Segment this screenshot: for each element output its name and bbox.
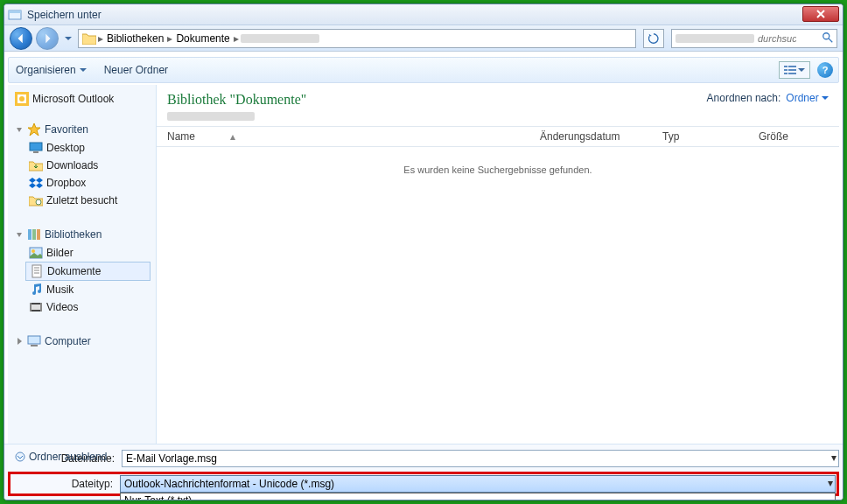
redacted-search-scope bbox=[676, 34, 754, 43]
filetype-option[interactable]: Nur-Text (*.txt) bbox=[121, 494, 835, 500]
chevron-down-icon[interactable]: ▾ bbox=[831, 452, 836, 464]
column-date[interactable]: Änderungsdatum bbox=[540, 130, 662, 143]
view-icon bbox=[784, 65, 796, 75]
caret-icon bbox=[15, 125, 24, 134]
search-box[interactable] bbox=[671, 29, 837, 48]
star-icon bbox=[27, 122, 41, 136]
svg-point-27 bbox=[16, 452, 24, 461]
svg-rect-6 bbox=[788, 69, 796, 71]
filetype-highlight: Dateityp: Outlook-Nachrichtenformat - Un… bbox=[8, 472, 839, 496]
chevron-down-icon bbox=[822, 94, 829, 102]
back-button[interactable] bbox=[10, 27, 32, 50]
nav-row: ▸ Bibliotheken ▸ Dokumente ▸ bbox=[4, 25, 843, 52]
desktop-icon bbox=[29, 141, 43, 155]
sidebar-item-videos[interactable]: Videos bbox=[11, 298, 152, 316]
titlebar: Speichern unter bbox=[4, 4, 843, 25]
svg-point-19 bbox=[32, 249, 35, 253]
chevron-right-icon: ▸ bbox=[234, 32, 239, 45]
forward-button[interactable] bbox=[36, 27, 59, 50]
refresh-button[interactable] bbox=[643, 29, 664, 48]
computer-icon bbox=[27, 334, 41, 348]
filename-input[interactable]: E-Mail Vorlage.msg ▾ bbox=[122, 450, 839, 467]
svg-rect-25 bbox=[28, 336, 40, 344]
svg-rect-26 bbox=[31, 345, 38, 346]
filename-value: E-Mail Vorlage.msg bbox=[126, 452, 217, 465]
svg-rect-1 bbox=[9, 10, 21, 13]
close-icon bbox=[816, 10, 825, 18]
sidebar: Microsoft Outlook Favoriten Desktop Down… bbox=[8, 85, 157, 500]
svg-point-14 bbox=[36, 200, 41, 205]
column-type[interactable]: Typ bbox=[662, 130, 759, 143]
chevron-down-icon bbox=[15, 452, 25, 462]
chevron-right-icon: ▸ bbox=[167, 32, 172, 45]
music-icon bbox=[29, 283, 43, 297]
column-headers: Name▴ Änderungsdatum Typ Größe bbox=[157, 126, 839, 147]
svg-rect-12 bbox=[30, 143, 42, 150]
main-header: Bibliothek "Dokumente" Anordnen nach: Or… bbox=[157, 85, 839, 126]
sidebar-item-desktop[interactable]: Desktop bbox=[11, 139, 152, 157]
dialog-body: Microsoft Outlook Favoriten Desktop Down… bbox=[8, 85, 839, 500]
videos-icon bbox=[29, 300, 43, 314]
recent-icon bbox=[29, 193, 43, 207]
libraries-icon bbox=[27, 228, 41, 242]
svg-point-11 bbox=[19, 96, 24, 102]
filetype-dropdown: Nur-Text (*.txt)Outlook-Vorlage (*.oft)O… bbox=[120, 493, 836, 500]
search-icon bbox=[822, 32, 834, 44]
filename-row: Dateiname: E-Mail Vorlage.msg ▾ bbox=[8, 450, 839, 467]
sidebar-item-music[interactable]: Musik bbox=[11, 281, 152, 298]
svg-rect-13 bbox=[33, 151, 38, 153]
filetype-value: Outlook-Nachrichtenformat - Unicode (*.m… bbox=[124, 478, 334, 490]
svg-rect-15 bbox=[28, 229, 32, 240]
library-title: Bibliothek "Dokumente" bbox=[167, 92, 306, 108]
caret-icon bbox=[15, 230, 24, 239]
documents-icon bbox=[30, 264, 44, 278]
arrange-by: Anordnen nach: Ordner bbox=[707, 92, 829, 104]
sidebar-item-pictures[interactable]: Bilder bbox=[11, 244, 152, 262]
new-folder-button[interactable]: Neuer Ordner bbox=[104, 64, 168, 76]
view-button[interactable] bbox=[779, 61, 810, 79]
redacted-segment bbox=[241, 34, 319, 43]
redacted-subtitle bbox=[167, 112, 255, 121]
bottom-panel: Dateiname: E-Mail Vorlage.msg ▾ Dateityp… bbox=[4, 444, 843, 500]
arrow-left-icon bbox=[15, 32, 27, 45]
sidebar-item-dropbox[interactable]: Dropbox bbox=[11, 174, 152, 192]
search-input[interactable] bbox=[754, 33, 816, 44]
sidebar-item-documents[interactable]: Dokumente bbox=[25, 262, 150, 281]
chevron-right-icon: ▸ bbox=[98, 32, 103, 45]
folder-icon bbox=[82, 32, 96, 45]
sidebar-item-recent[interactable]: Zuletzt besucht bbox=[11, 192, 152, 209]
svg-rect-23 bbox=[30, 303, 32, 312]
organize-button[interactable]: Organisieren bbox=[16, 64, 87, 76]
nav-history-dropdown[interactable] bbox=[62, 27, 74, 50]
filetype-label: Dateityp: bbox=[11, 478, 120, 490]
breadcrumb-segment[interactable]: Bibliotheken bbox=[105, 32, 165, 45]
close-button[interactable] bbox=[802, 6, 839, 22]
column-name[interactable]: Name▴ bbox=[167, 130, 540, 143]
sidebar-computer-header[interactable]: Computer bbox=[11, 332, 152, 351]
svg-rect-20 bbox=[32, 265, 41, 277]
breadcrumb[interactable]: ▸ Bibliotheken ▸ Dokumente ▸ bbox=[78, 29, 636, 48]
sidebar-item-outlook[interactable]: Microsoft Outlook bbox=[11, 90, 152, 108]
outlook-icon bbox=[15, 92, 29, 106]
arrange-by-value[interactable]: Ordner bbox=[786, 92, 829, 104]
sidebar-item-downloads[interactable]: Downloads bbox=[11, 157, 152, 174]
svg-rect-7 bbox=[784, 73, 788, 74]
hide-folders-button[interactable]: Ordner ausblend bbox=[10, 449, 112, 465]
pictures-icon bbox=[29, 246, 43, 260]
refresh-icon bbox=[648, 32, 660, 45]
save-as-dialog: Speichern unter ▸ Bibliotheken ▸ Dokumen… bbox=[4, 4, 844, 500]
sidebar-libraries-header[interactable]: Bibliotheken bbox=[11, 225, 152, 244]
window-title: Speichern unter bbox=[27, 9, 102, 21]
column-size[interactable]: Größe bbox=[759, 130, 829, 143]
svg-rect-17 bbox=[37, 229, 40, 240]
sort-indicator-icon: ▴ bbox=[230, 130, 235, 143]
svg-rect-16 bbox=[32, 229, 36, 240]
toolbar: Organisieren Neuer Ordner ? bbox=[8, 57, 839, 83]
chevron-down-icon: ▾ bbox=[828, 477, 833, 489]
help-button[interactable]: ? bbox=[817, 62, 833, 78]
sidebar-favorites-header[interactable]: Favoriten bbox=[11, 120, 152, 139]
empty-results: Es wurden keine Suchergebnisse gefunden. bbox=[157, 147, 839, 192]
dropbox-icon bbox=[29, 176, 43, 190]
breadcrumb-segment[interactable]: Dokumente bbox=[174, 32, 231, 45]
filetype-combobox[interactable]: Outlook-Nachrichtenformat - Unicode (*.m… bbox=[120, 475, 836, 493]
